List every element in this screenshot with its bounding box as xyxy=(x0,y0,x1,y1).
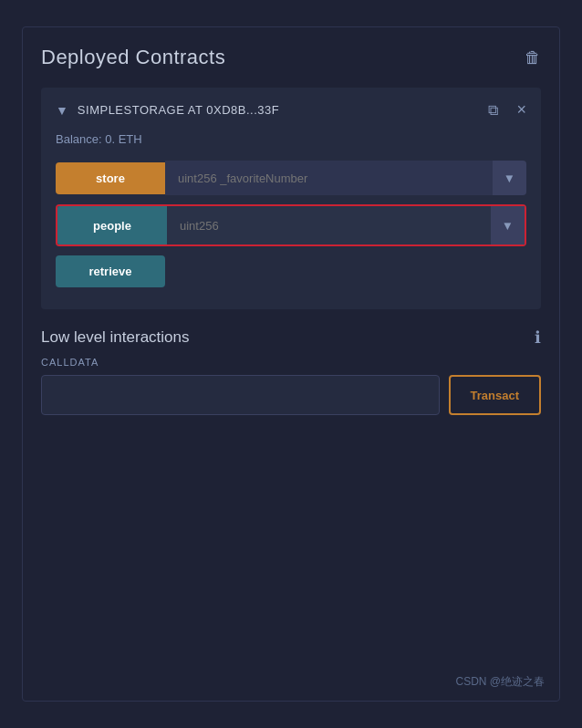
copy-icon[interactable]: ⧉ xyxy=(488,102,498,119)
panel-title: Deployed Contracts xyxy=(41,46,225,69)
contract-header: ▼ SIMPLESTORAGE AT 0XD8B...33F ⧉ × xyxy=(56,100,526,120)
people-function-row: people ▼ xyxy=(56,204,526,246)
transact-button[interactable]: Transact xyxy=(449,375,541,415)
people-input[interactable] xyxy=(167,206,491,244)
people-button[interactable]: people xyxy=(57,206,167,244)
transact-row: Transact xyxy=(41,375,541,415)
close-icon[interactable]: × xyxy=(516,100,526,120)
contract-section: ▼ SIMPLESTORAGE AT 0XD8B...33F ⧉ × Balan… xyxy=(41,88,541,309)
info-icon[interactable]: ℹ xyxy=(535,328,541,348)
panel-header: Deployed Contracts 🗑 xyxy=(41,46,541,69)
chevron-down-icon[interactable]: ▼ xyxy=(56,103,68,118)
store-input[interactable] xyxy=(165,161,493,195)
retrieve-function-row: retrieve xyxy=(56,255,526,296)
store-function-row: store ▼ xyxy=(56,161,526,195)
chevron-down-icon: ▼ xyxy=(504,172,515,185)
contract-name: SIMPLESTORAGE AT 0XD8B...33F xyxy=(78,103,480,117)
retrieve-button[interactable]: retrieve xyxy=(56,255,165,287)
trash-icon[interactable]: 🗑 xyxy=(525,48,541,68)
store-button[interactable]: store xyxy=(56,162,165,194)
people-dropdown-arrow[interactable]: ▼ xyxy=(491,206,525,244)
low-level-title: Low level interactions xyxy=(41,328,190,347)
calldata-input[interactable] xyxy=(41,375,440,415)
store-dropdown-arrow[interactable]: ▼ xyxy=(493,161,526,195)
low-level-section: Low level interactions ℹ CALLDATA Transa… xyxy=(41,328,541,415)
chevron-down-icon: ▼ xyxy=(502,219,514,233)
calldata-label: CALLDATA xyxy=(41,357,541,368)
footer-text: CSDN @绝迹之春 xyxy=(455,674,545,690)
balance-display: Balance: 0. ETH xyxy=(56,132,526,146)
low-level-header: Low level interactions ℹ xyxy=(41,328,541,348)
deployed-contracts-panel: Deployed Contracts 🗑 ▼ SIMPLESTORAGE AT … xyxy=(22,26,560,702)
